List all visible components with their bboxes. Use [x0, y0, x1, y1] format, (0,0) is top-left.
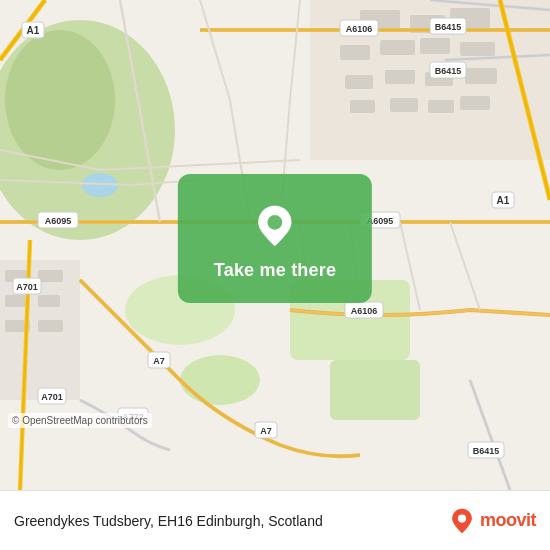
map-container: A1 A1 A6106 A6106 B6415 B6415 B6415 A609… [0, 0, 550, 490]
svg-rect-16 [345, 75, 373, 89]
svg-rect-13 [380, 40, 415, 55]
take-me-there-button[interactable]: Take me there [214, 260, 336, 281]
navigation-card: Take me there [178, 174, 372, 303]
location-label: Greendykes Tudsbery, EH16 Edinburgh, Sco… [14, 513, 438, 529]
svg-text:B6415: B6415 [473, 446, 500, 456]
svg-text:A7: A7 [153, 356, 165, 366]
svg-rect-21 [390, 98, 418, 112]
svg-rect-27 [5, 295, 27, 307]
svg-rect-15 [460, 42, 495, 56]
svg-rect-23 [460, 96, 490, 110]
svg-point-70 [268, 215, 283, 230]
footer-bar: Greendykes Tudsbery, EH16 Edinburgh, Sco… [0, 490, 550, 550]
svg-rect-5 [330, 360, 420, 420]
location-pin-icon [251, 202, 299, 250]
svg-text:A6106: A6106 [351, 306, 378, 316]
map-copyright: © OpenStreetMap contributors [8, 413, 152, 428]
svg-text:B6415: B6415 [435, 66, 462, 76]
svg-text:B6415: B6415 [435, 22, 462, 32]
svg-rect-12 [340, 45, 370, 60]
svg-rect-17 [385, 70, 415, 84]
svg-rect-26 [38, 270, 63, 282]
svg-rect-19 [465, 68, 497, 84]
svg-text:A701: A701 [41, 392, 63, 402]
svg-rect-20 [350, 100, 375, 113]
svg-rect-28 [38, 295, 60, 307]
svg-text:A6106: A6106 [346, 24, 373, 34]
moovit-brand-name: moovit [480, 510, 536, 531]
svg-text:A7: A7 [260, 426, 272, 436]
svg-point-2 [5, 30, 115, 170]
svg-text:A701: A701 [16, 282, 38, 292]
svg-text:A1: A1 [497, 195, 510, 206]
svg-text:A6095: A6095 [45, 216, 72, 226]
svg-rect-30 [38, 320, 63, 332]
svg-point-71 [458, 514, 466, 522]
svg-rect-14 [420, 38, 450, 54]
moovit-pin-icon [448, 507, 476, 535]
moovit-logo: moovit [448, 507, 536, 535]
svg-rect-22 [428, 100, 454, 113]
svg-point-7 [180, 355, 260, 405]
svg-text:A1: A1 [27, 25, 40, 36]
